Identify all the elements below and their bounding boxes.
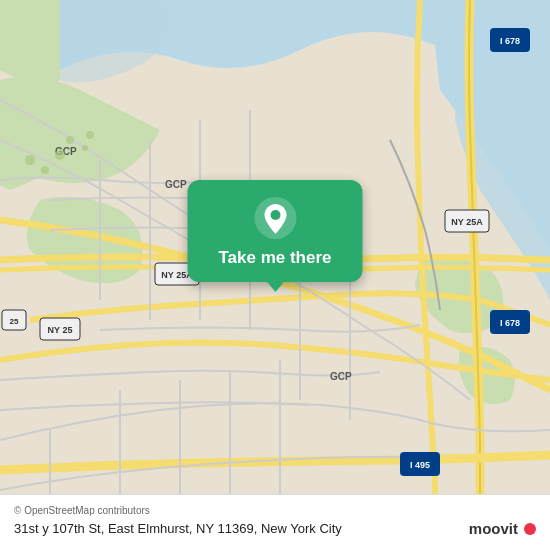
svg-text:I 495: I 495	[410, 460, 430, 470]
address-text: 31st y 107th St, East Elmhurst, NY 11369…	[14, 520, 459, 538]
svg-text:I 678: I 678	[500, 36, 520, 46]
svg-point-27	[270, 210, 280, 220]
take-me-there-card[interactable]: Take me there	[188, 180, 363, 282]
moovit-dot-icon	[524, 523, 536, 535]
moovit-text: moovit	[469, 520, 518, 537]
map-attribution: © OpenStreetMap contributors	[14, 505, 536, 516]
svg-point-25	[41, 166, 49, 174]
location-pin-icon	[253, 196, 297, 240]
svg-text:GCP: GCP	[165, 179, 187, 190]
svg-text:NY 25: NY 25	[48, 325, 73, 335]
moovit-logo: moovit	[469, 520, 536, 537]
svg-point-22	[55, 150, 65, 160]
take-me-there-button[interactable]: Take me there	[218, 248, 331, 268]
svg-text:25: 25	[10, 317, 19, 326]
navigation-card[interactable]: Take me there	[188, 180, 363, 282]
svg-text:GCP: GCP	[330, 371, 352, 382]
svg-text:I 678: I 678	[500, 318, 520, 328]
svg-point-20	[66, 136, 74, 144]
map-container: I 678 I 678 NY 25A NY 25A NY 25 25 GCP G…	[0, 0, 550, 550]
svg-point-23	[86, 131, 94, 139]
svg-point-21	[82, 145, 88, 151]
svg-text:NY 25A: NY 25A	[451, 217, 483, 227]
svg-point-24	[25, 155, 35, 165]
bottom-bar: © OpenStreetMap contributors 31st y 107t…	[0, 494, 550, 550]
